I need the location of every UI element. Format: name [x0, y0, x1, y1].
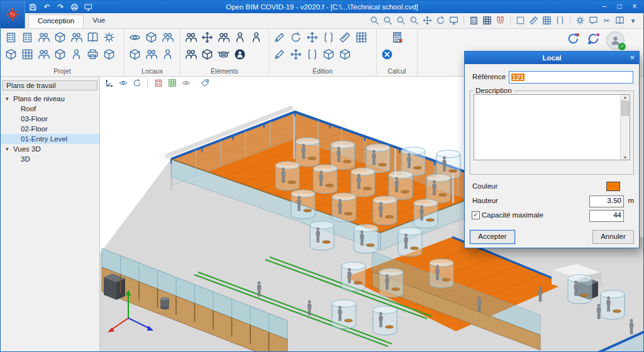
cancel-calculation-icon[interactable] — [379, 47, 394, 62]
comments-icon[interactable] — [588, 15, 599, 26]
full-screen-icon[interactable] — [448, 15, 459, 26]
tab-conception[interactable]: Conception — [28, 14, 84, 28]
measure-icon[interactable] — [528, 15, 539, 26]
copy-element-icon[interactable] — [321, 47, 336, 62]
scroll-down-icon[interactable]: ▼ — [623, 155, 628, 160]
edit-local-icon[interactable] — [127, 47, 142, 62]
dimension-edit-icon[interactable] — [304, 47, 319, 62]
walls-icon[interactable] — [19, 47, 35, 62]
help-icon[interactable] — [614, 15, 625, 26]
capacite-checkbox[interactable]: ✓ — [472, 211, 480, 219]
scroll-up-icon[interactable]: ▲ — [623, 95, 628, 99]
save-icon[interactable] — [28, 3, 38, 12]
3d-offset-icon[interactable] — [337, 47, 352, 62]
zoom-out-icon[interactable] — [409, 15, 419, 26]
local-person-icon[interactable] — [160, 47, 175, 62]
cancel-button[interactable]: Annuler — [592, 230, 634, 244]
close-button[interactable]: × — [627, 1, 642, 13]
rotate-icon[interactable] — [288, 30, 303, 45]
teacher-icon[interactable] — [232, 30, 247, 45]
3d-model-icon[interactable] — [101, 47, 116, 62]
maximize-button[interactable]: □ — [612, 1, 627, 13]
safety-distance-icon[interactable] — [199, 30, 214, 45]
desk-icon[interactable] — [199, 47, 214, 62]
print-plans-icon[interactable] — [85, 47, 100, 62]
hidden-elements-icon[interactable] — [180, 78, 191, 89]
protected-person-icon[interactable] — [232, 47, 247, 62]
redo-icon[interactable]: ↷ — [56, 3, 65, 12]
snap-grid-icon[interactable] — [482, 15, 492, 26]
orbit-icon[interactable] — [131, 78, 142, 89]
references-icon[interactable] — [153, 78, 164, 89]
gloves-icon[interactable] — [248, 30, 264, 45]
edit-grid-icon[interactable] — [541, 15, 552, 26]
undo-icon[interactable]: ↶ — [42, 3, 52, 12]
zoom-in-icon[interactable] — [396, 15, 406, 26]
axes-icon[interactable] — [104, 78, 114, 89]
dimension-icon[interactable] — [555, 15, 565, 26]
general-data-icon[interactable] — [3, 30, 18, 45]
local-occupancy-icon[interactable] — [160, 30, 175, 45]
titlebar[interactable]: ↶ ↷ Open BIM COVID-19 - v2020.f - [C:\..… — [1, 1, 643, 13]
measure-edit-icon[interactable] — [337, 30, 352, 45]
description-scrollbar[interactable]: ▲ ▼ — [620, 95, 630, 160]
tree-item-3d[interactable]: 3D — [1, 154, 99, 164]
visitors-icon[interactable] — [183, 47, 198, 62]
building-elements-icon[interactable] — [52, 30, 67, 45]
description-textarea[interactable]: ▲ ▼ — [474, 94, 630, 160]
person-icon[interactable] — [69, 47, 84, 62]
erase-icon[interactable] — [272, 47, 287, 62]
tags-icon[interactable] — [199, 78, 210, 89]
import-bim-icon[interactable] — [3, 47, 18, 62]
previous-view-icon[interactable] — [435, 15, 446, 26]
update-model-icon[interactable] — [566, 31, 580, 48]
move-icon[interactable] — [304, 30, 319, 45]
team-icon[interactable] — [36, 47, 51, 62]
occupants-icon[interactable] — [69, 30, 84, 45]
building-views-icon[interactable] — [469, 15, 479, 26]
project-settings-icon[interactable] — [101, 30, 116, 45]
pan-icon[interactable] — [422, 15, 433, 26]
scrollbar-thumb[interactable] — [621, 101, 629, 116]
update-results-icon[interactable] — [389, 30, 404, 45]
user-account-icon[interactable]: ✓ — [606, 31, 625, 50]
dialog-titlebar[interactable]: Local × — [465, 52, 639, 64]
search-icon[interactable] — [369, 15, 380, 26]
mask-icon[interactable] — [216, 47, 231, 62]
layers-icon[interactable] — [167, 78, 177, 89]
furniture-icon[interactable] — [52, 47, 67, 62]
students-icon[interactable] — [216, 30, 231, 45]
occupant-groups-icon[interactable] — [36, 30, 51, 45]
hauteur-input[interactable]: 3.50 — [589, 195, 624, 207]
selection-icon[interactable] — [515, 15, 526, 26]
tree-item-03-floor[interactable]: 03-Floor — [1, 114, 99, 124]
reference-input[interactable]: 121 — [509, 71, 633, 84]
couleur-swatch[interactable] — [606, 182, 620, 191]
tree-item-01-entry-level[interactable]: 01-Entry Level — [1, 134, 99, 144]
tree-item-roof[interactable]: Roof — [1, 104, 99, 114]
tree-node-plans-de-niveau[interactable]: ▾Plans de niveau — [1, 94, 99, 104]
floor-plans-icon[interactable] — [19, 30, 35, 45]
dialog-close-icon[interactable]: × — [630, 52, 635, 64]
new-local-icon[interactable] — [143, 30, 158, 45]
capacite-input[interactable]: 44 — [589, 210, 624, 222]
minimize-button[interactable]: – — [597, 1, 612, 13]
chevron-down-icon[interactable]: ▾ — [6, 146, 12, 152]
chevron-down-icon[interactable]: ▾ — [628, 15, 638, 26]
tree-node-vues-3d[interactable]: ▾Vues 3D — [1, 144, 99, 154]
share-model-icon[interactable] — [586, 31, 601, 48]
edit-icon[interactable] — [272, 30, 287, 45]
magnet-icon[interactable] — [495, 15, 506, 26]
displace-icon[interactable] — [288, 47, 303, 62]
local-groups-icon[interactable] — [143, 47, 158, 62]
settings-icon[interactable] — [575, 15, 586, 26]
tree-item-02-floor[interactable]: 02-Floor — [1, 124, 99, 134]
tab-vue[interactable]: Vue — [84, 14, 114, 28]
print-icon[interactable] — [70, 3, 79, 12]
documents-icon[interactable] — [85, 30, 100, 45]
people-group-icon[interactable] — [183, 30, 198, 45]
chevron-down-icon[interactable]: ▾ — [6, 96, 12, 102]
cut-icon[interactable]: ✂ — [601, 15, 612, 26]
stretch-icon[interactable] — [321, 30, 336, 45]
app-logo-covid-icon[interactable] — [1, 1, 25, 28]
